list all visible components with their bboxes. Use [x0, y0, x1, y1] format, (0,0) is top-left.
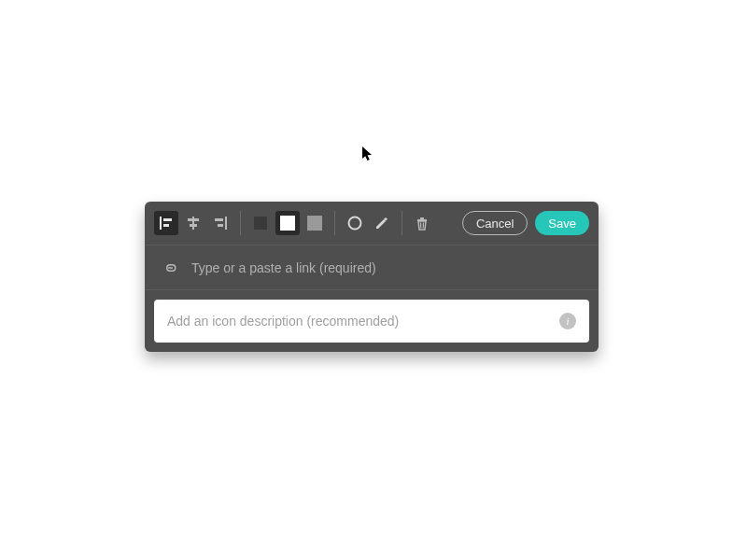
svg-point-9 [349, 217, 361, 230]
edit-button[interactable] [370, 211, 394, 235]
color-group [241, 211, 334, 235]
info-icon[interactable]: i [559, 313, 576, 329]
svg-rect-4 [188, 218, 199, 221]
link-icon [162, 259, 180, 277]
cursor-pointer-icon [361, 146, 374, 162]
swatch-white-icon [280, 216, 295, 231]
delete-button[interactable] [410, 211, 434, 235]
align-group [154, 211, 240, 235]
icon-editor-panel: Cancel Save i [145, 202, 599, 352]
align-left-icon [158, 215, 175, 231]
svg-rect-2 [163, 224, 169, 227]
svg-rect-7 [215, 218, 223, 221]
description-input[interactable] [167, 314, 550, 329]
svg-rect-0 [160, 217, 162, 230]
toolbar: Cancel Save [145, 202, 599, 245]
save-button[interactable]: Save [535, 211, 589, 235]
circle-icon [346, 215, 363, 231]
swatch-dark-icon [254, 217, 267, 230]
trash-icon [414, 215, 430, 231]
description-row: i [145, 289, 599, 352]
svg-rect-1 [163, 218, 172, 221]
svg-rect-12 [420, 217, 424, 219]
swatch-dark-button[interactable] [248, 211, 273, 235]
svg-rect-6 [225, 217, 227, 230]
trash-group [402, 211, 442, 235]
align-left-button[interactable] [154, 211, 178, 235]
align-right-icon [212, 215, 229, 231]
description-field-wrap: i [154, 300, 589, 343]
svg-rect-5 [190, 224, 197, 227]
svg-rect-8 [218, 224, 223, 227]
edit-icon [374, 215, 390, 231]
link-input[interactable] [191, 260, 582, 275]
link-row [145, 245, 599, 289]
align-center-button[interactable] [181, 211, 205, 235]
cancel-button[interactable]: Cancel [462, 211, 528, 235]
swatch-white-button[interactable] [275, 211, 300, 235]
swatch-gray-icon [307, 216, 322, 231]
shape-group [335, 211, 402, 235]
swatch-gray-button[interactable] [303, 211, 327, 235]
align-right-button[interactable] [208, 211, 233, 235]
align-center-icon [185, 215, 202, 231]
circle-button[interactable] [343, 211, 367, 235]
